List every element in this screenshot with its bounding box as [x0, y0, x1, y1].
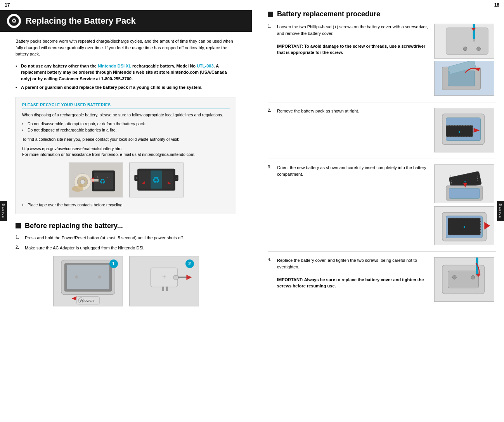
step-4-img — [434, 257, 494, 302]
procedure-square — [268, 12, 273, 17]
before-section-header: Before replacing the battery... — [16, 222, 236, 230]
warning-text-start: Do not use any battery other than the Ni… — [21, 64, 227, 81]
svg-text:♻: ♻ — [11, 17, 17, 24]
step-3-images: ● — [434, 164, 496, 245]
insert-battery-svg: ● — [435, 164, 494, 203]
battery-inserted-svg: ● — [435, 206, 494, 245]
step-3-item: 3. Orient the new battery as shown and c… — [268, 164, 430, 177]
svg-rect-47 — [446, 28, 488, 54]
battery-procedure-header: Battery replacement procedure — [268, 10, 496, 18]
step-1-important: IMPORTANT: To avoid damage to the screw … — [277, 44, 425, 55]
replace-cover-svg — [435, 257, 494, 302]
svg-point-14 — [78, 184, 83, 187]
header-title: Replacing the Battery Pack — [26, 16, 136, 26]
svg-rect-48 — [473, 24, 475, 39]
step-circle-1: 1 — [109, 259, 118, 268]
svg-text:+: + — [162, 273, 166, 281]
svg-point-36 — [98, 275, 101, 278]
step-1-item: 1. Loosen the two Phillips-head (+) scre… — [268, 24, 430, 56]
warning-item-2: A parent or guardian should replace the … — [16, 84, 236, 91]
section-square — [16, 223, 21, 228]
step-3-row: 3. Orient the new battery as shown and c… — [268, 164, 496, 245]
svg-rect-25 — [151, 171, 162, 189]
recycle-bullets: Do not disassemble, attempt to repair, o… — [22, 121, 230, 133]
bottom-images: 1 POWER ⏻ — [16, 256, 236, 306]
svg-text:+: + — [96, 175, 98, 179]
svg-text:POWER: POWER — [82, 299, 94, 303]
epa-url: http://www.epa.gov/osw/conserve/material… — [22, 146, 121, 151]
remove-battery-svg: ● — [435, 108, 494, 152]
svg-text:+: + — [135, 176, 137, 180]
step-2-row: 2. Remove the battery pack as shown at r… — [268, 108, 496, 152]
recycle-title: PLEASE RECYCLE YOUR USED BATTERIES — [22, 103, 230, 109]
contact-text: For more information or for assistance f… — [22, 152, 196, 157]
svg-rect-43 — [162, 287, 164, 291]
divider-3 — [268, 251, 496, 252]
svg-text:⏻: ⏻ — [79, 299, 83, 303]
recycle-box: PLEASE RECYCLE YOUR USED BATTERIES When … — [16, 97, 236, 214]
before-step-1-text: Press and hold the Power/Reset button (a… — [25, 235, 184, 241]
right-side-tab: Basics — [497, 201, 504, 221]
svg-point-35 — [75, 275, 78, 278]
step-4-text-col: 4. Replace the battery cover, and tighte… — [268, 257, 430, 293]
step-2-item: 2. Remove the battery pack as shown at r… — [268, 108, 430, 114]
before-section-title: Before replacing the battery... — [25, 222, 123, 230]
recycle-images: ♻ + - — [22, 163, 230, 197]
warning-item-1: Do not use any battery other than the Ni… — [16, 63, 236, 82]
step-4-important: IMPORTANT: Always be sure to replace the… — [277, 277, 424, 289]
url-text: http://www.epa.gov/osw/conserve/material… — [22, 146, 230, 158]
bottom-img-1: 1 POWER ⏻ — [53, 256, 123, 306]
step-2-img: ● — [434, 108, 494, 152]
step-4-img-col — [434, 257, 496, 302]
step-1-text: Loosen the two Phillips-head (+) screws … — [277, 24, 430, 56]
svg-rect-29 — [67, 265, 109, 289]
step-1-row: 1. Loosen the two Phillips-head (+) scre… — [268, 24, 496, 96]
before-step-2: 2. Make sure the AC Adapter is unplugged… — [16, 245, 236, 251]
svg-rect-82 — [448, 271, 479, 288]
left-content: Battery packs become worn with repeated … — [0, 38, 252, 414]
step-4-row: 4. Replace the battery cover, and tighte… — [268, 257, 496, 302]
divider-1 — [268, 102, 496, 102]
step-4-item: 4. Replace the battery cover, and tighte… — [268, 257, 430, 289]
recycle-svg: ♻ — [9, 16, 19, 26]
warning-list: Do not use any battery other than the Ni… — [16, 63, 236, 91]
battery-cover-remove-svg — [435, 61, 494, 96]
svg-text:-: - — [107, 175, 108, 179]
recycle-image-2: + − ♻ — [129, 163, 184, 197]
screwdriver-top-svg — [435, 24, 494, 59]
svg-point-50 — [463, 47, 467, 51]
recycle-intro: When disposing of a rechargeable battery… — [22, 112, 230, 118]
step-3-text-col: 3. Orient the new battery as shown and c… — [268, 164, 430, 181]
svg-rect-69 — [449, 189, 480, 199]
svg-rect-39 — [173, 275, 178, 279]
left-side-tab: Basics — [0, 201, 7, 221]
svg-point-51 — [477, 47, 481, 51]
before-step-2-text: Make sure the AC Adapter is unplugged fr… — [25, 245, 144, 251]
step-2-img-col: ● — [434, 108, 496, 152]
svg-rect-44 — [166, 287, 168, 291]
svg-text:●: ● — [458, 130, 461, 134]
step-3-img-bottom: ● — [434, 206, 494, 245]
step-3-text: Orient the new battery as shown and care… — [277, 164, 430, 177]
warning-text-2: A parent or guardian should replace the … — [21, 85, 203, 90]
svg-rect-9 — [91, 179, 99, 182]
recycle-icon: ♻ — [7, 14, 21, 28]
right-page: 18 Battery replacement procedure 1. Loos… — [252, 0, 504, 422]
step-1-img-col — [434, 24, 496, 96]
before-step-1: 1. Press and hold the Power/Reset button… — [16, 235, 236, 241]
recycle-bullet-2: Do not dispose of rechargeable batteries… — [22, 127, 230, 133]
bottom-img-2: 2 + — [129, 256, 199, 306]
recycle-bottom-bullet: Place tape over the battery contacts bef… — [22, 202, 230, 208]
svg-text:−: − — [175, 176, 177, 180]
left-page: 17 ♻ Replacing the Battery Pack Battery … — [0, 0, 252, 422]
battery-pack-svg: + − ♻ — [130, 163, 183, 197]
recycle-bullet-1: Do not disassemble, attempt to repair, o… — [22, 121, 230, 127]
step-1-text-col: 1. Loosen the two Phillips-head (+) scre… — [268, 24, 430, 60]
procedure-title: Battery replacement procedure — [277, 10, 380, 18]
tape-battery-svg: ♻ + - — [69, 163, 123, 197]
svg-point-83 — [452, 275, 456, 279]
step-2-text-col: 2. Remove the battery pack as shown at r… — [268, 108, 430, 118]
divider-2 — [268, 159, 496, 159]
step-circle-2: 2 — [185, 259, 194, 268]
svg-point-84 — [471, 275, 475, 279]
